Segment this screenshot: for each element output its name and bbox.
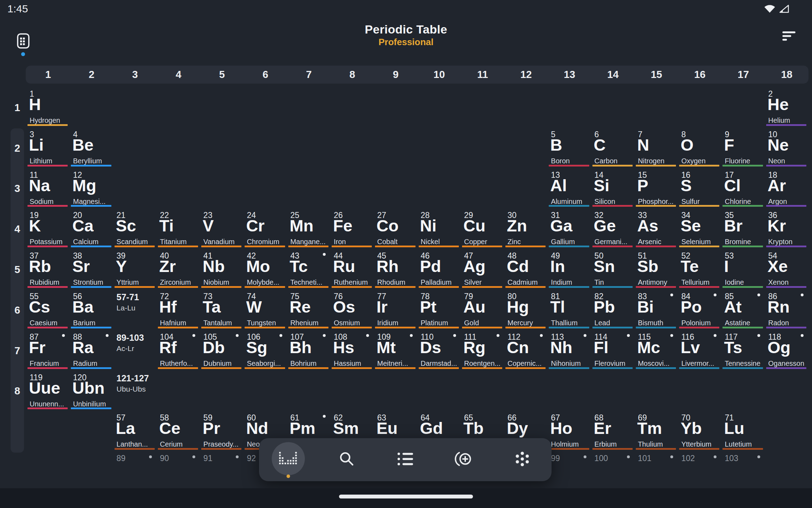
element-cell-Hg[interactable]: 80HgMercury	[504, 290, 548, 331]
element-cell-Ga[interactable]: 31GaGallium	[548, 209, 591, 249]
element-cell-clipped-103[interactable]: 103	[721, 452, 765, 470]
element-cell-clipped-102[interactable]: 102	[678, 452, 721, 470]
element-cell-Sg[interactable]: 106SgSeaborgi...	[244, 331, 287, 371]
element-cell-Ds[interactable]: 110DsDarmstad...	[418, 331, 461, 371]
element-cell-Cl[interactable]: 17ClChlorine	[721, 169, 765, 209]
element-cell-Ba[interactable]: 56BaBarium	[70, 290, 113, 331]
element-cell-F[interactable]: 9FFluorine	[721, 128, 765, 169]
element-cell-Lu[interactable]: 71LuLutetium	[721, 411, 765, 452]
element-cell-Rb[interactable]: 37RbRubidium	[26, 249, 70, 290]
element-cell-Tm[interactable]: 69TmThulium	[635, 411, 678, 452]
element-cell-Rh[interactable]: 45RhRhodium	[374, 249, 417, 290]
element-cell-Os[interactable]: 76OsOsmium	[331, 290, 374, 331]
element-cell-W[interactable]: 74WTungsten	[244, 290, 287, 331]
element-cell-Ni[interactable]: 28NiNickel	[418, 209, 461, 249]
element-cell-Re[interactable]: 75ReRhenium	[287, 290, 331, 331]
nav-search-button[interactable]	[318, 438, 376, 481]
element-cell-Ca[interactable]: 20CaCalcium	[70, 209, 113, 249]
element-cell-clipped-101[interactable]: 101	[635, 452, 678, 470]
element-cell-Bi[interactable]: 83BiBismuth	[635, 290, 678, 331]
element-cell-Xe[interactable]: 54XeXenon	[765, 249, 808, 290]
element-cell-Al[interactable]: 13AlAluminum	[548, 169, 591, 209]
element-cell-Ho[interactable]: 67HoHolmium	[548, 411, 591, 452]
element-cell-clipped-91[interactable]: 91	[200, 452, 244, 470]
element-cell-Cu[interactable]: 29CuCopper	[461, 209, 504, 249]
element-cell-Fe[interactable]: 26FeIron	[331, 209, 374, 249]
element-cell-Sc[interactable]: 21ScScandium	[113, 209, 157, 249]
element-cell-Si[interactable]: 14SiSilicon	[591, 169, 635, 209]
element-cell-S[interactable]: 16SSulfur	[678, 169, 721, 209]
element-cell-O[interactable]: 8OOxygen	[678, 128, 721, 169]
element-cell-Nh[interactable]: 113NhNihonium	[548, 331, 591, 371]
element-cell-Fr[interactable]: 87FrFrancium	[26, 331, 70, 371]
element-cell-Mt[interactable]: 109MtMeitneri...	[374, 331, 417, 371]
element-cell-H[interactable]: 1HHydrogen	[26, 87, 70, 128]
element-cell-Mg[interactable]: 12MgMagnesi...	[70, 169, 113, 209]
element-cell-Pb[interactable]: 82PbLead	[591, 290, 635, 331]
element-cell-Cr[interactable]: 24CrChromium	[244, 209, 287, 249]
element-range-cell-Ac-Lr[interactable]: 89-103Ac-Lr	[113, 331, 157, 371]
sort-filter-icon[interactable]	[781, 30, 798, 44]
element-cell-Pd[interactable]: 46PdPalladium	[418, 249, 461, 290]
element-cell-Na[interactable]: 11NaSodium	[26, 169, 70, 209]
element-cell-Mc[interactable]: 115McMoscovi...	[635, 331, 678, 371]
element-cell-Ag[interactable]: 47AgSilver	[461, 249, 504, 290]
element-cell-Tl[interactable]: 81TlThallium	[548, 290, 591, 331]
element-cell-As[interactable]: 33AsArsenic	[635, 209, 678, 249]
element-cell-Ce[interactable]: 58CeCerium	[157, 411, 200, 452]
element-cell-Og[interactable]: 118OgOganesson	[765, 331, 808, 371]
element-cell-I[interactable]: 53IIodine	[721, 249, 765, 290]
element-cell-B[interactable]: 5BBoron	[548, 128, 591, 169]
element-cell-clipped-100[interactable]: 100	[591, 452, 635, 470]
element-cell-clipped-89[interactable]: 89	[113, 452, 157, 470]
element-cell-Cs[interactable]: 55CsCaesium	[26, 290, 70, 331]
element-cell-Er[interactable]: 68ErErbium	[591, 411, 635, 452]
element-cell-Ra[interactable]: 88RaRadium	[70, 331, 113, 371]
element-cell-Cn[interactable]: 112CnCopernic...	[504, 331, 548, 371]
element-cell-Y[interactable]: 39YYttrium	[113, 249, 157, 290]
element-cell-Sb[interactable]: 51SbAntimony	[635, 249, 678, 290]
element-cell-Ne[interactable]: 10NeNeon	[765, 128, 808, 169]
element-cell-Ta[interactable]: 73TaTantalum	[200, 290, 244, 331]
element-cell-He[interactable]: 2HeHelium	[765, 87, 808, 128]
element-cell-Pr[interactable]: 59PrPraseody...	[200, 411, 244, 452]
element-cell-Ts[interactable]: 117TsTennessine	[721, 331, 765, 371]
element-cell-Uue[interactable]: 119UueUnunenn...	[26, 371, 70, 412]
nav-isotopes-button[interactable]	[435, 438, 493, 481]
element-cell-clipped-90[interactable]: 90	[157, 452, 200, 470]
element-cell-Ge[interactable]: 32GeGermani...	[591, 209, 635, 249]
element-cell-Li[interactable]: 3LiLithium	[26, 128, 70, 169]
element-cell-Mn[interactable]: 25MnMangane...	[287, 209, 331, 249]
element-cell-Rn[interactable]: 86RnRadon	[765, 290, 808, 331]
element-range-cell-La-Lu[interactable]: 57-71La-Lu	[113, 290, 157, 331]
nav-molecule-button[interactable]	[493, 438, 552, 481]
element-cell-Ubn[interactable]: 120UbnUnbinilium	[70, 371, 113, 412]
element-cell-K[interactable]: 19KPotassium	[26, 209, 70, 249]
home-indicator[interactable]	[339, 495, 473, 498]
element-cell-Cd[interactable]: 48CdCadmium	[504, 249, 548, 290]
element-cell-Hf[interactable]: 72HfHafnium	[157, 290, 200, 331]
element-cell-clipped-99[interactable]: 99	[548, 452, 591, 470]
element-cell-Zr[interactable]: 40ZrZirconium	[157, 249, 200, 290]
element-cell-La[interactable]: 57LaLanthan...	[113, 411, 157, 452]
element-cell-Br[interactable]: 35BrBromine	[721, 209, 765, 249]
element-cell-At[interactable]: 85AtAstatine	[721, 290, 765, 331]
element-cell-Sn[interactable]: 50SnTin	[591, 249, 635, 290]
element-cell-N[interactable]: 7NNitrogen	[635, 128, 678, 169]
element-cell-P[interactable]: 15PPhosphor...	[635, 169, 678, 209]
element-cell-Db[interactable]: 105DbDubnium	[200, 331, 244, 371]
element-cell-V[interactable]: 23VVanadium	[200, 209, 244, 249]
element-cell-Po[interactable]: 84PoPolonium	[678, 290, 721, 331]
nav-list-button[interactable]	[376, 438, 435, 481]
element-cell-Zn[interactable]: 30ZnZinc	[504, 209, 548, 249]
element-cell-Se[interactable]: 34SeSelenium	[678, 209, 721, 249]
element-cell-Ir[interactable]: 77IrIridium	[374, 290, 417, 331]
element-cell-Nb[interactable]: 41NbNiobium	[200, 249, 244, 290]
element-cell-Mo[interactable]: 42MoMolybde...	[244, 249, 287, 290]
element-cell-Hs[interactable]: 108HsHassium	[331, 331, 374, 371]
element-cell-Lv[interactable]: 116LvLivermor...	[678, 331, 721, 371]
element-cell-Rg[interactable]: 111RgRoentgen...	[461, 331, 504, 371]
element-cell-Te[interactable]: 52TeTellurium	[678, 249, 721, 290]
element-cell-Fl[interactable]: 114FlFlerovium	[591, 331, 635, 371]
element-cell-C[interactable]: 6CCarbon	[591, 128, 635, 169]
